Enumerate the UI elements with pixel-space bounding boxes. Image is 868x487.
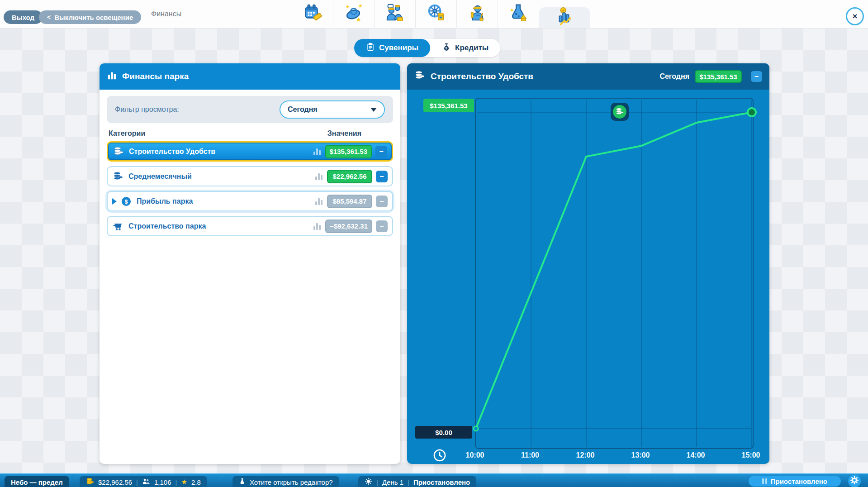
expand-arrow-icon[interactable] <box>112 198 117 205</box>
exit-button[interactable]: Выход <box>4 10 43 24</box>
toolbar-tab-guests[interactable] <box>375 0 416 28</box>
toolbar-tab-staff[interactable] <box>457 0 498 28</box>
separator: | <box>376 478 378 486</box>
svg-text:★: ★ <box>356 16 361 23</box>
park-finances-panel: Финансы парка Фильтр просмотра: Сегодня … <box>100 63 400 464</box>
row-value-badge: $85,594.87 <box>327 195 372 208</box>
park-finances-header: Финансы парка <box>100 63 400 90</box>
x-tick-label: 11:00 <box>512 447 548 463</box>
col-values: Значения <box>327 129 361 138</box>
chart-plot[interactable] <box>475 98 754 449</box>
pause-icon <box>762 478 767 484</box>
toolbar-tab-attractions[interactable] <box>416 0 457 28</box>
row-collapse-button[interactable]: − <box>375 146 387 158</box>
toolbar: ★ ★ ★ <box>292 0 590 28</box>
pause-button[interactable]: Приостановлено <box>749 476 841 487</box>
status-bar: Небо — предел $22,962.56 | 1,106 | ★ <box>0 473 868 487</box>
bar-chart-icon <box>107 71 117 83</box>
chart-title: Строительство Удобств <box>431 72 533 81</box>
x-axis-labels: 10:0011:0012:0013:0014:0015:00 <box>407 447 769 463</box>
game-state: Приостановлено <box>413 478 470 486</box>
guests-count-icon <box>142 477 150 487</box>
park-name: Небо — предел <box>11 478 63 486</box>
close-icon: × <box>852 11 857 21</box>
row-label: Прибыль парка <box>137 197 193 205</box>
park-rating[interactable]: 2.8 <box>191 478 201 486</box>
coins-stack-icon <box>613 105 626 119</box>
chevron-left-icon: < <box>47 14 51 21</box>
toggle-lighting-button[interactable]: < Выключить освещение <box>39 10 141 24</box>
chart-area: $135,361.53 $0.00 10:0011:0012:0013:0014… <box>407 90 769 464</box>
row-park-profit[interactable]: $ Прибыль парка $85,594.87 − <box>107 191 393 211</box>
mini-chart-icon[interactable] <box>313 223 321 230</box>
chart-collapse-button[interactable]: − <box>751 71 762 82</box>
close-button[interactable]: × <box>846 7 864 25</box>
row-collapse-button[interactable]: − <box>376 171 388 182</box>
toolbar-tab-calendar[interactable] <box>292 0 333 28</box>
separator: | <box>175 478 177 486</box>
mini-chart-icon[interactable] <box>313 148 321 155</box>
toggle-lighting-label: Выключить освещение <box>54 14 133 21</box>
content-area: Сувениры $ Кредиты <box>0 28 868 473</box>
mini-chart-icon[interactable] <box>315 173 323 180</box>
park-money[interactable]: $22,962.56 <box>98 478 132 486</box>
coaster-icon: ★ ★ ★ <box>343 3 364 25</box>
finances-chart-icon: ★ <box>554 6 575 29</box>
mini-chart-icon[interactable] <box>315 198 323 205</box>
ferris-wheel-shop-icon <box>426 3 446 25</box>
tab-credits-label: Кредиты <box>455 43 489 53</box>
pause-button-label: Приостановлено <box>771 477 827 485</box>
clock-icon[interactable] <box>432 448 447 463</box>
coins-stack-icon <box>414 70 425 83</box>
finance-mode-tabs: Сувениры $ Кредиты <box>354 39 500 57</box>
settings-button[interactable] <box>848 475 861 487</box>
chart-panel-header: Строительство Удобств Сегодня $135,361.5… <box>407 63 769 90</box>
separator: | <box>408 478 409 486</box>
row-label: Строительство Удобств <box>129 148 215 156</box>
tab-souvenirs[interactable]: Сувениры <box>354 39 430 57</box>
chart-value-badge: $135,361.53 <box>695 70 742 83</box>
chart-period-label: Сегодня <box>659 72 689 81</box>
coins-stack-icon <box>112 171 124 182</box>
x-tick-label: 10:00 <box>457 447 493 463</box>
park-stats-segment: $22,962.56 | 1,106 | ★ 2.8 <box>80 476 207 487</box>
svg-text:$: $ <box>125 198 128 205</box>
row-value-badge: $22,962.56 <box>327 170 372 183</box>
minus-icon: − <box>754 73 759 80</box>
coins-stack-icon <box>86 477 94 487</box>
dollar-coin-icon: $ <box>120 196 132 207</box>
park-name-segment: Небо — предел <box>5 476 69 487</box>
day-state-segment: | День 1 | Приостановлено <box>358 476 476 487</box>
toolbar-tab-rides[interactable]: ★ ★ ★ <box>333 0 375 28</box>
series-legend-marker[interactable] <box>611 103 629 121</box>
row-collapse-button[interactable]: − <box>376 196 388 207</box>
coins-stack-icon <box>113 146 124 157</box>
research-flask-icon: ✦ <box>508 3 529 25</box>
breadcrumb: Финансы <box>151 0 181 28</box>
toolbar-tab-research[interactable]: ✦ <box>498 0 539 28</box>
tab-credits[interactable]: $ Кредиты <box>430 39 500 57</box>
chevron-down-icon <box>370 108 377 112</box>
period-dropdown[interactable]: Сегодня <box>280 100 385 119</box>
row-monthly-average[interactable]: Среднемесячный $22,962.56 − <box>107 166 393 186</box>
guests-icon <box>384 3 405 25</box>
receipt-icon <box>366 42 375 54</box>
editor-hint: Хотите открыть редактор? <box>250 478 333 486</box>
row-amenity-construction[interactable]: Строительство Удобств $135,361.53 − <box>107 141 393 162</box>
row-park-construction[interactable]: Строительство парка −$92,632.31 − <box>107 216 393 236</box>
row-label: Строительство парка <box>128 222 206 230</box>
row-collapse-button[interactable]: − <box>376 220 388 232</box>
period-dropdown-value: Сегодня <box>288 105 318 114</box>
guest-count[interactable]: 1,106 <box>154 478 171 486</box>
x-tick-label: 15:00 <box>733 447 769 463</box>
row-value-badge: −$92,632.31 <box>325 220 372 233</box>
view-filter-row: Фильтр просмотра: Сегодня <box>107 96 393 123</box>
finance-rows: Строительство Удобств $135,361.53 − Сред… <box>107 141 393 236</box>
row-value-badge: $135,361.53 <box>325 145 372 158</box>
park-finances-title: Финансы парка <box>122 72 189 81</box>
minecart-icon <box>112 221 124 232</box>
minus-icon: − <box>379 148 383 155</box>
toolbar-tab-finances-active[interactable]: ★ <box>539 7 590 28</box>
editor-hint-segment[interactable]: Хотите открыть редактор? <box>232 476 339 487</box>
svg-text:★: ★ <box>346 4 350 9</box>
